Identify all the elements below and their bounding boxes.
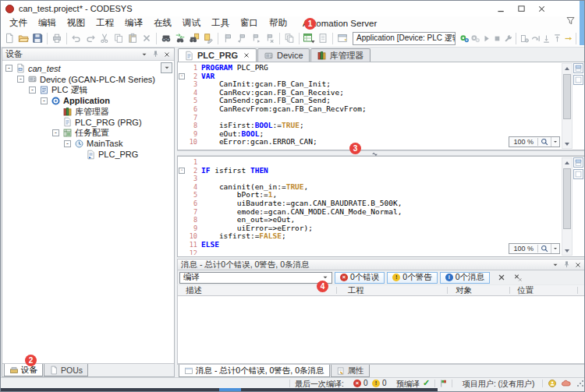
new-window-icon[interactable] — [335, 31, 349, 45]
tab-library-manager[interactable]: 库管理器 — [310, 48, 370, 62]
show-next-statement-icon[interactable] — [562, 31, 573, 45]
tab-properties[interactable]: 属性 — [331, 365, 370, 377]
clear-messages-icon[interactable] — [497, 273, 506, 282]
menu-debug[interactable]: 调试 — [177, 17, 206, 29]
tree-item-device[interactable]: -Device (GCAN-PLC-M Series) — [2, 74, 174, 85]
undo-icon[interactable] — [69, 31, 83, 45]
pin-icon[interactable] — [562, 260, 571, 269]
chevron-down-icon[interactable] — [551, 139, 559, 145]
step-out-icon[interactable] — [551, 31, 562, 45]
start-icon[interactable] — [480, 31, 491, 45]
scroll-up-icon[interactable] — [562, 158, 572, 167]
new-file-icon[interactable] — [2, 31, 16, 45]
close-button[interactable] — [531, 2, 551, 15]
bookmark-toggle-icon[interactable] — [221, 31, 235, 45]
collapse-fold-icon[interactable]: - — [179, 168, 185, 174]
scroll-thumb[interactable] — [563, 74, 571, 119]
menu-view[interactable]: 视图 — [62, 17, 90, 29]
active-application-combo[interactable]: Application [Device: PLC 逻辑] — [353, 32, 456, 45]
close-icon[interactable] — [163, 51, 171, 58]
properties-icon[interactable] — [316, 31, 330, 45]
magnifier-icon[interactable] — [538, 137, 551, 147]
menu-tools[interactable]: 工具 — [206, 17, 235, 29]
tab-plc-prg[interactable]: PLC_PRG — [178, 48, 257, 62]
column-position[interactable]: 位置 — [517, 285, 534, 296]
collapse-expander-icon[interactable]: - — [17, 76, 24, 83]
tree-item-application[interactable]: -Application — [2, 95, 174, 106]
close-icon[interactable] — [574, 261, 582, 269]
filter-warnings-button[interactable]: !0个警告 — [387, 272, 437, 284]
vertical-scrollbar[interactable] — [562, 157, 573, 256]
collapse-expander-icon[interactable]: - — [29, 87, 36, 94]
bookmark-clear-icon[interactable] — [263, 31, 277, 45]
menu-build[interactable]: 编译 — [119, 17, 148, 29]
zoom-level[interactable]: 100 % — [509, 138, 538, 146]
split-view-top-button[interactable] — [573, 63, 583, 73]
tree-item-task-configuration[interactable]: -任务配置 — [2, 128, 174, 139]
copy-icon[interactable] — [112, 31, 126, 45]
column-project[interactable]: 工程 — [348, 285, 364, 296]
menu-help[interactable]: 帮助 — [264, 17, 292, 29]
open-file-icon[interactable] — [16, 31, 30, 45]
menu-file[interactable]: 文件 — [4, 17, 33, 29]
collapse-expander-icon[interactable]: - — [5, 65, 12, 72]
copy-all-icon[interactable] — [282, 31, 296, 45]
single-cycle-icon[interactable] — [502, 31, 513, 45]
vertical-scrollbar[interactable] — [562, 63, 573, 149]
chevron-down-icon[interactable] — [551, 261, 559, 269]
pin-icon[interactable] — [151, 50, 160, 58]
replace-in-project-icon[interactable] — [201, 31, 215, 45]
bookmark-prev-icon[interactable] — [235, 31, 249, 45]
collapse-expander-icon[interactable]: - — [64, 140, 71, 147]
column-description[interactable]: 描述 — [186, 285, 202, 296]
step-over-icon[interactable] — [530, 31, 541, 45]
filter-infos-button[interactable]: i0个消息 — [440, 272, 490, 284]
delete-icon[interactable] — [140, 31, 154, 45]
profile-dropdown-icon[interactable] — [302, 31, 316, 45]
bookmark-next-icon[interactable] — [249, 31, 263, 45]
implementation-editor[interactable]: 1-2IF isfirst THEN34 caninit(en_in:=TRUE… — [177, 156, 585, 257]
device-tree[interactable]: -can_test-Device (GCAN-PLC-M Series)-PLC… — [2, 61, 174, 363]
zoom-level[interactable]: 100 % — [509, 245, 538, 253]
maximize-button[interactable] — [511, 2, 531, 15]
tab-devices[interactable]: 设备 — [4, 364, 43, 376]
cut-icon[interactable] — [98, 31, 112, 45]
paste-icon[interactable] — [126, 31, 140, 45]
collapse-fold-icon[interactable]: - — [179, 73, 185, 79]
tree-item-plc-logic[interactable]: -PLC 逻辑 — [2, 85, 174, 96]
chevron-down-icon[interactable] — [551, 245, 559, 252]
chevron-down-icon[interactable] — [140, 51, 148, 58]
menu-edit[interactable]: 编辑 — [33, 17, 62, 29]
tree-dropdown-button[interactable] — [161, 62, 172, 73]
tree-item-plc-prg-call[interactable]: PLC_PRG — [2, 149, 174, 160]
tab-messages[interactable]: 消息 - 总计0个错误, 0警告, 0条消息 — [179, 365, 330, 377]
menu-window[interactable]: 窗口 — [235, 17, 264, 29]
split-view-bottom-button[interactable] — [573, 169, 583, 179]
messages-list[interactable] — [177, 296, 585, 364]
collapse-expander-icon[interactable]: - — [41, 97, 48, 104]
menu-project[interactable]: 工程 — [90, 17, 119, 29]
scroll-thumb[interactable] — [563, 168, 571, 229]
resize-grip[interactable] — [576, 380, 584, 387]
magnifier-icon[interactable] — [538, 244, 551, 253]
user-status-icon[interactable] — [548, 379, 557, 388]
tab-pous[interactable]: POUs — [44, 364, 88, 376]
scroll-up-icon[interactable] — [562, 64, 572, 72]
menu-online[interactable]: 在线 — [148, 17, 177, 29]
find-in-project-icon[interactable] — [187, 31, 201, 45]
find-icon[interactable] — [159, 31, 173, 45]
replace-icon[interactable] — [173, 31, 187, 45]
step-into-icon[interactable] — [541, 31, 551, 45]
redo-icon[interactable] — [83, 31, 98, 45]
filter-errors-button[interactable]: ×0个错误 — [335, 272, 385, 284]
split-view-top-button[interactable] — [573, 157, 583, 168]
clear-all-messages-icon[interactable] — [513, 273, 523, 282]
tree-item-library-manager[interactable]: 库管理器 — [2, 106, 174, 117]
tree-item-can-test[interactable]: -can_test — [2, 63, 174, 74]
declaration-editor[interactable]: 1PROGRAM PLC_PRG-2VAR3 CanInit:gcan.FB_C… — [177, 62, 585, 150]
scroll-down-icon[interactable] — [562, 246, 572, 255]
filter-funnel-icon[interactable] — [566, 16, 576, 26]
login-icon[interactable] — [459, 31, 470, 45]
collapse-expander-icon[interactable]: - — [52, 129, 59, 136]
new-breakpoint-icon[interactable] — [519, 31, 530, 45]
